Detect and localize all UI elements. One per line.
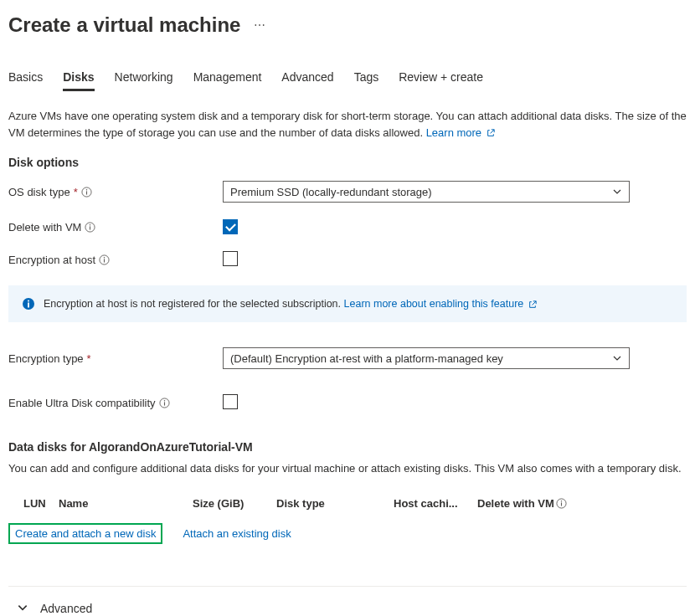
column-host-caching: Host cachi... bbox=[394, 497, 477, 510]
tab-networking[interactable]: Networking bbox=[115, 70, 173, 91]
page-title: Create a virtual machine bbox=[8, 13, 240, 37]
chevron-down-icon bbox=[17, 602, 28, 616]
ultra-disk-label: Enable Ultra Disk compatibility bbox=[8, 397, 223, 409]
svg-rect-5 bbox=[90, 226, 90, 229]
svg-rect-17 bbox=[561, 502, 562, 506]
description-text: Azure VMs have one operating system disk… bbox=[8, 110, 687, 139]
encryption-at-host-checkbox[interactable] bbox=[223, 251, 238, 266]
svg-point-10 bbox=[28, 300, 29, 302]
info-bar-text: Encryption at host is not registered for… bbox=[44, 298, 344, 310]
attach-existing-disk-link[interactable]: Attach an existing disk bbox=[183, 527, 291, 540]
os-disk-type-select[interactable]: Premium SSD (locally-redundant storage) bbox=[223, 181, 630, 203]
svg-rect-14 bbox=[164, 402, 165, 405]
learn-more-link[interactable]: Learn more bbox=[426, 126, 495, 139]
info-icon[interactable] bbox=[159, 398, 170, 408]
info-bar-link[interactable]: Learn more about enabling this feature bbox=[344, 298, 537, 310]
tab-advanced[interactable]: Advanced bbox=[281, 70, 333, 91]
svg-rect-8 bbox=[104, 259, 105, 262]
ultra-disk-checkbox[interactable] bbox=[223, 394, 238, 409]
svg-point-1 bbox=[86, 188, 87, 189]
column-name: Name bbox=[59, 497, 193, 510]
external-link-icon bbox=[528, 300, 537, 309]
encryption-at-host-label: Encryption at host bbox=[8, 254, 223, 266]
encryption-type-label: Encryption type * bbox=[8, 352, 223, 365]
external-link-icon bbox=[486, 129, 495, 137]
info-icon[interactable] bbox=[556, 498, 567, 509]
info-icon bbox=[22, 297, 35, 311]
column-delete-with-vm: Delete with VM bbox=[477, 497, 595, 510]
chevron-down-icon bbox=[612, 353, 622, 363]
svg-point-4 bbox=[90, 223, 90, 224]
tab-management[interactable]: Management bbox=[193, 70, 262, 91]
more-actions-button[interactable]: ⋯ bbox=[254, 18, 266, 32]
encryption-type-value: (Default) Encryption at-rest with a plat… bbox=[230, 352, 503, 365]
os-disk-type-label: OS disk type * bbox=[8, 186, 223, 198]
chevron-down-icon bbox=[612, 187, 622, 197]
create-attach-disk-button[interactable]: Create and attach a new disk bbox=[8, 523, 162, 544]
svg-point-16 bbox=[561, 500, 562, 501]
svg-rect-11 bbox=[28, 303, 29, 308]
data-disks-heading: Data disks for AlgorandOnAzureTutorial-V… bbox=[8, 440, 687, 454]
delete-with-vm-checkbox[interactable] bbox=[223, 219, 238, 234]
divider bbox=[8, 586, 687, 587]
os-disk-type-value: Premium SSD (locally-redundant storage) bbox=[230, 186, 432, 198]
info-bar: Encryption at host is not registered for… bbox=[8, 285, 687, 322]
tab-basics[interactable]: Basics bbox=[8, 70, 43, 91]
tab-disks[interactable]: Disks bbox=[63, 70, 94, 91]
delete-with-vm-label: Delete with VM bbox=[8, 221, 223, 234]
advanced-label: Advanced bbox=[40, 602, 92, 615]
info-icon[interactable] bbox=[81, 187, 92, 198]
tab-description: Azure VMs have one operating system disk… bbox=[8, 108, 687, 141]
info-icon[interactable] bbox=[85, 222, 95, 233]
tab-review-create[interactable]: Review + create bbox=[399, 70, 483, 91]
data-disks-table-header: LUN Name Size (GiB) Disk type Host cachi… bbox=[8, 492, 687, 515]
svg-rect-2 bbox=[86, 191, 87, 194]
disk-options-heading: Disk options bbox=[8, 156, 687, 169]
tabs-container: Basics Disks Networking Management Advan… bbox=[8, 70, 687, 91]
advanced-section-toggle[interactable]: Advanced bbox=[8, 598, 687, 617]
encryption-type-select[interactable]: (Default) Encryption at-rest with a plat… bbox=[223, 347, 630, 369]
info-icon[interactable] bbox=[99, 254, 110, 265]
required-indicator: * bbox=[74, 186, 78, 198]
svg-point-13 bbox=[163, 400, 164, 401]
data-disks-description: You can add and configure additional dat… bbox=[8, 460, 687, 477]
tab-tags[interactable]: Tags bbox=[354, 70, 379, 91]
column-size: Size (GiB) bbox=[193, 497, 276, 510]
svg-point-7 bbox=[104, 257, 105, 258]
column-disk-type: Disk type bbox=[276, 497, 394, 510]
required-indicator: * bbox=[87, 352, 91, 365]
column-lun: LUN bbox=[8, 497, 59, 510]
